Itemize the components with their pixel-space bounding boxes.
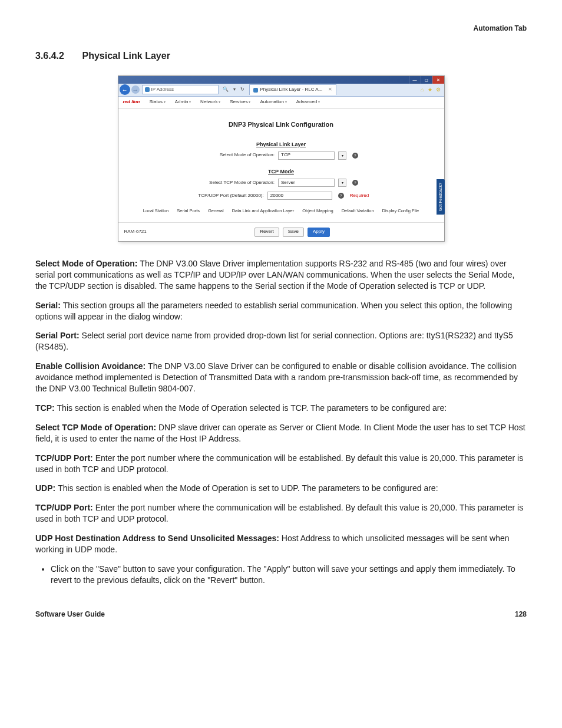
header-tab-label: Automation Tab bbox=[35, 24, 527, 33]
save-button[interactable]: Save bbox=[283, 228, 304, 237]
minimize-icon[interactable]: — bbox=[409, 76, 421, 84]
port-label: TCP/UDP Port (Default 20000) bbox=[193, 193, 264, 199]
screenshot-window: — ◻ ✕ ← → IP Address 🔍▾ ↻ Physical Link … bbox=[118, 75, 445, 242]
p10-bold: UDP Host Destination Address to Send Uns… bbox=[35, 533, 282, 543]
menu-automation[interactable]: Automation bbox=[260, 99, 286, 106]
section-title: Physical Link Layer bbox=[82, 51, 170, 61]
tab-display-config[interactable]: Display Config File bbox=[382, 208, 419, 214]
section-heading: 3.6.4.2 Physical Link Layer bbox=[35, 50, 527, 62]
page-footer: Software User Guide 128 bbox=[35, 610, 527, 619]
mode-row: Select Mode of Operation TCP ▾ ? bbox=[129, 151, 434, 160]
p7-bold: TCP/UDP Port: bbox=[35, 453, 95, 463]
p4-bold: Enable Collision Avoidance: bbox=[35, 361, 148, 371]
back-icon[interactable]: ← bbox=[120, 84, 130, 95]
menu-network[interactable]: Network bbox=[200, 99, 220, 106]
help-icon[interactable]: ? bbox=[352, 153, 358, 159]
p3-bold: Serial Port: bbox=[35, 331, 82, 340]
close-icon[interactable]: ✕ bbox=[432, 76, 444, 84]
app-menubar: red lion Status Admin Network Services A… bbox=[118, 97, 444, 108]
tab-serial-ports[interactable]: Serial Ports bbox=[177, 208, 200, 214]
p8-text: This section is enabled when the Mode of… bbox=[58, 483, 438, 493]
port-input[interactable]: 20000 bbox=[267, 192, 332, 200]
address-bar[interactable]: IP Address bbox=[142, 85, 219, 94]
p9-bold: TCP/UDP Port: bbox=[35, 503, 95, 512]
tcp-mode-select[interactable]: Server bbox=[278, 179, 335, 187]
p1-bold: Select Mode of Operation: bbox=[35, 259, 140, 268]
help-icon[interactable]: ? bbox=[338, 193, 344, 199]
footer-left: Software User Guide bbox=[35, 610, 105, 619]
mode-label: Select Mode of Operation bbox=[204, 152, 275, 159]
tcp-heading: TCP Mode bbox=[129, 168, 434, 175]
tab-data-link[interactable]: Data Link and Application Layer bbox=[232, 208, 295, 214]
apply-button[interactable]: Apply bbox=[308, 228, 330, 237]
tab-close-icon[interactable]: ✕ bbox=[328, 87, 332, 93]
menu-admin[interactable]: Admin bbox=[175, 99, 191, 106]
mode-select[interactable]: TCP bbox=[278, 151, 335, 160]
p7-text: Enter the port number where the communic… bbox=[35, 453, 523, 474]
window-titlebar: — ◻ ✕ bbox=[118, 76, 444, 84]
revert-button[interactable]: Revert bbox=[254, 228, 279, 237]
footer-right: 128 bbox=[515, 610, 527, 619]
p2-text: This section groups all the parameters n… bbox=[35, 301, 512, 321]
model-label: RAM-6721 bbox=[124, 229, 147, 235]
menu-services[interactable]: Services bbox=[230, 99, 250, 106]
address-text: IP Address bbox=[151, 87, 174, 93]
tab-title: Physical Link Layer - RLC A... bbox=[260, 87, 323, 93]
tcp-mode-label: Select TCP Mode of Operation bbox=[204, 180, 275, 186]
bottom-tabs: Local Station Serial Ports General Data … bbox=[129, 208, 434, 218]
browser-tab[interactable]: Physical Link Layer - RLC A... ✕ bbox=[249, 84, 337, 95]
chevron-down-icon[interactable]: ▾ bbox=[338, 179, 346, 187]
bullet-save: Click on the "Save" button to save your … bbox=[51, 564, 527, 586]
favicon-icon bbox=[145, 87, 150, 92]
p5-bold: TCP: bbox=[35, 403, 57, 413]
body-text: Select Mode of Operation: The DNP V3.00 … bbox=[35, 258, 527, 586]
p8-bold: UDP: bbox=[35, 483, 58, 493]
home-icon[interactable]: ⌂ bbox=[421, 86, 424, 93]
menu-advanced[interactable]: Advanced bbox=[296, 99, 320, 106]
footer-bar: RAM-6721 Revert Save Apply bbox=[118, 222, 444, 241]
feedback-tab[interactable]: Got Feedback? bbox=[437, 179, 445, 215]
required-label: Required bbox=[350, 193, 369, 199]
p9-text: Enter the port number where the communic… bbox=[35, 503, 523, 523]
refresh-icon[interactable]: ↻ bbox=[240, 87, 244, 93]
config-title: DNP3 Physical Link Configuration bbox=[129, 120, 434, 129]
tab-favicon-icon bbox=[253, 88, 258, 93]
tab-default-variation[interactable]: Default Variation bbox=[342, 208, 374, 214]
brand-logo: red lion bbox=[123, 99, 140, 106]
p5-text: This section is enabled when the Mode of… bbox=[57, 403, 447, 413]
gear-icon[interactable]: ⚙ bbox=[436, 86, 441, 93]
browser-navbar: ← → IP Address 🔍▾ ↻ Physical Link Layer … bbox=[118, 84, 444, 97]
p6-bold: Select TCP Mode of Operation: bbox=[35, 423, 158, 432]
search-refresh-icons[interactable]: 🔍▾ ↻ bbox=[221, 87, 247, 93]
tab-general[interactable]: General bbox=[208, 208, 224, 214]
port-row: TCP/UDP Port (Default 20000) 20000 ? Req… bbox=[129, 192, 434, 200]
chevron-down-icon[interactable]: ▾ bbox=[338, 151, 346, 160]
maximize-icon[interactable]: ◻ bbox=[421, 76, 432, 84]
navbar-right-icons: ⌂ ★ ⚙ bbox=[421, 86, 444, 93]
config-body: DNP3 Physical Link Configuration Physica… bbox=[118, 108, 444, 222]
pll-heading: Physical Link Layer bbox=[129, 141, 434, 148]
star-icon[interactable]: ★ bbox=[428, 86, 432, 93]
p2-bold: Serial: bbox=[35, 301, 63, 310]
help-icon[interactable]: ? bbox=[352, 180, 358, 186]
search-icon[interactable]: 🔍 bbox=[223, 87, 229, 93]
tab-object-mapping[interactable]: Object Mapping bbox=[302, 208, 333, 214]
section-number: 3.6.4.2 bbox=[35, 50, 80, 62]
tab-local-station[interactable]: Local Station bbox=[143, 208, 168, 214]
p3-text: Select serial port device name from prov… bbox=[35, 331, 513, 351]
tcp-mode-row: Select TCP Mode of Operation Server ▾ ? bbox=[129, 179, 434, 187]
menu-status[interactable]: Status bbox=[149, 99, 165, 106]
forward-icon[interactable]: → bbox=[131, 85, 140, 94]
